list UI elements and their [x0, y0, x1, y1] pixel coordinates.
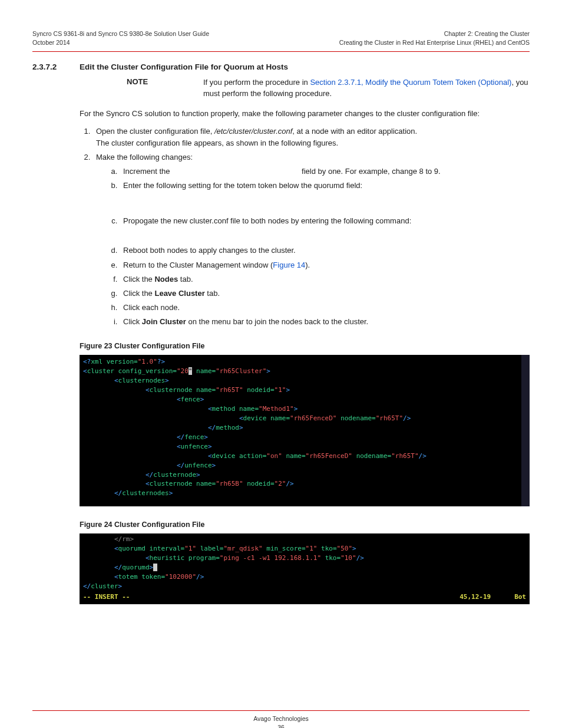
sub-f-post: tab.	[178, 275, 193, 284]
doc-title: Syncro CS 9361-8i and Syncro CS 9380-8e …	[32, 29, 209, 38]
sub-steps: Increment the field by one. For example,…	[96, 166, 530, 328]
sub-g-bold: Leave Cluster	[154, 289, 204, 298]
footer-page: - 36 -	[32, 723, 530, 728]
sub-e-post: ).	[305, 261, 310, 269]
sub-i-post: on the menu bar to join the nodes back t…	[186, 317, 368, 326]
sub-f: Click the Nodes tab.	[120, 274, 530, 285]
figure-23-caption: Figure 23 Cluster Configuration File	[80, 342, 530, 350]
figure-24-terminal: </rm> <quorumd interval="1" label="mr_qd…	[80, 533, 530, 604]
sub-e-pre: Return to the Cluster Management window …	[123, 261, 273, 269]
sub-a: Increment the field by one. For example,…	[120, 166, 530, 177]
vim-bot: Bot	[514, 592, 526, 602]
doc-date: October 2014	[32, 38, 209, 47]
intro-text: For the Syncro CS solution to function p…	[80, 108, 530, 120]
step-1: Open the cluster configuration file, /et…	[92, 126, 530, 149]
sub-i-pre: Click	[123, 317, 142, 326]
step-1a: Open the cluster configuration file,	[96, 127, 214, 136]
sub-g-post: tab.	[205, 289, 220, 298]
figure-23-terminal: <?xml version="1.0"?> <cluster config_ve…	[80, 355, 530, 506]
note-body: If you perform the procedure in Section …	[203, 77, 530, 100]
header-rule	[32, 51, 530, 52]
sub-i: Click Join Cluster on the menu bar to jo…	[120, 316, 530, 328]
sub-e: Return to the Cluster Management window …	[120, 259, 530, 271]
step-1-path: /etc/cluster/cluster.conf	[214, 127, 292, 136]
numbered-steps: Open the cluster configuration file, /et…	[80, 126, 530, 328]
page-header: Syncro CS 9361-8i and Syncro CS 9380-8e …	[32, 29, 530, 47]
note-pre: If you perform the procedure in	[203, 78, 310, 87]
step-2: Make the following changes: Increment th…	[92, 151, 530, 328]
sub-c: Propogate the new cluster.conf file to b…	[120, 215, 530, 227]
note-label: NOTE	[127, 77, 203, 100]
sub-f-pre: Click the	[123, 275, 154, 284]
sub-b: Enter the following setting for the tote…	[120, 180, 530, 192]
step-1b: , at a node with an editor application.	[292, 127, 417, 136]
step-2-text: Make the following changes:	[96, 153, 193, 162]
step-1-line2: The cluster configuration file appears, …	[96, 137, 530, 149]
page-footer: Avago Technologies - 36 -	[32, 710, 530, 728]
sub-a-pre: Increment the	[123, 167, 172, 176]
sub-d: Reboot both nodes to apply changes to th…	[120, 245, 530, 256]
sub-a-post: field by one. For example, change 8 to 9…	[302, 167, 441, 176]
sub-f-bold: Nodes	[154, 275, 178, 284]
chapter-title: Chapter 2: Creating the Cluster	[339, 29, 530, 38]
vim-pos: 45,12-19	[459, 592, 491, 602]
subchapter-title: Creating the Cluster in Red Hat Enterpri…	[339, 38, 530, 47]
section-title: Edit the Cluster Configuration File for …	[80, 62, 288, 71]
sub-g: Click the Leave Cluster tab.	[120, 288, 530, 299]
sub-i-bold: Join Cluster	[142, 317, 186, 326]
sub-h: Click each node.	[120, 302, 530, 314]
vim-insert: -- INSERT --	[83, 592, 130, 602]
footer-company: Avago Technologies	[32, 714, 530, 723]
section-number: 2.3.7.2	[32, 62, 80, 71]
sub-g-pre: Click the	[123, 289, 154, 298]
figure-24-caption: Figure 24 Cluster Configuration File	[80, 521, 530, 529]
note-link[interactable]: Section 2.3.7.1, Modify the Quorum Totem…	[310, 78, 511, 87]
sub-e-link[interactable]: Figure 14	[273, 261, 305, 269]
